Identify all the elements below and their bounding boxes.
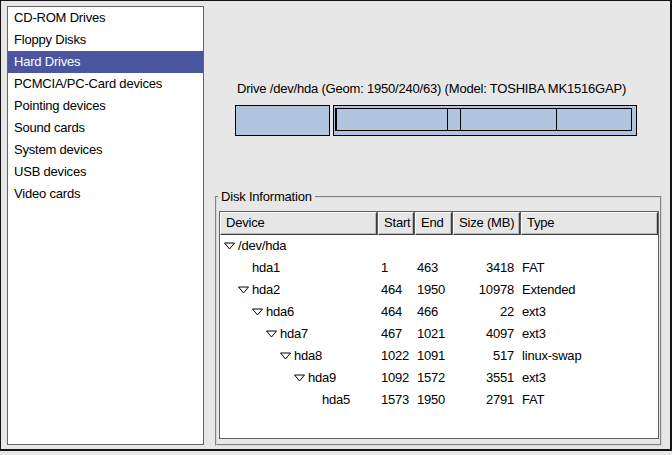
partition-segment-hda9 <box>460 108 557 131</box>
device-name: hda1 <box>252 257 280 279</box>
expander-icon[interactable] <box>224 242 238 250</box>
device-cell: hda2 <box>220 279 377 301</box>
column-header-size-mb-[interactable]: Size (MB) <box>453 212 520 235</box>
window-border-top <box>0 0 672 1</box>
device-name: /dev/hda <box>238 235 286 257</box>
table-row-hda1[interactable]: hda114633418FAT <box>220 257 658 279</box>
device-cell: hda8 <box>220 345 377 367</box>
start-cell: 1573 <box>377 389 413 411</box>
start-cell <box>377 235 413 257</box>
table-row-hda9[interactable]: hda9109215723551ext3 <box>220 367 658 389</box>
expander-icon[interactable] <box>280 352 294 360</box>
sidebar-item-pointing-devices[interactable]: Pointing devices <box>8 95 203 117</box>
sidebar-item-hard-drives[interactable]: Hard Drives <box>8 51 203 73</box>
triangle-down-icon <box>224 242 235 250</box>
partition-segment-hda7 <box>336 108 448 131</box>
start-cell: 464 <box>377 301 413 323</box>
device-cell: hda1 <box>220 257 377 279</box>
sidebar-item-sound-cards[interactable]: Sound cards <box>8 117 203 139</box>
device-name: hda8 <box>294 345 322 367</box>
drive-title: Drive /dev/hda (Geom: 1950/240/63) (Mode… <box>237 81 626 96</box>
disk-information-table: DeviceStartEndSize (MB)Type /dev/hdahda1… <box>219 211 659 439</box>
logical-partitions <box>335 108 635 131</box>
type-cell <box>517 235 658 257</box>
partition-segment-hda2-extended <box>333 105 637 136</box>
expander-icon[interactable] <box>294 374 308 382</box>
partition-segment-hda1 <box>235 105 330 136</box>
device-category-list: CD-ROM DrivesFloppy DisksHard DrivesPCMC… <box>7 6 204 445</box>
size-cell: 3418 <box>450 257 517 279</box>
triangle-down-icon <box>238 286 249 294</box>
partition-segment-hda5 <box>556 108 632 131</box>
expander-icon[interactable] <box>252 308 266 316</box>
sidebar-item-floppy-disks[interactable]: Floppy Disks <box>8 29 203 51</box>
end-cell: 1572 <box>413 367 450 389</box>
sidebar-item-video-cards[interactable]: Video cards <box>8 183 203 205</box>
size-cell: 2791 <box>450 389 517 411</box>
expander-icon[interactable] <box>266 330 280 338</box>
end-cell: 1950 <box>413 279 450 301</box>
partition-bar <box>235 105 637 136</box>
table-header-row: DeviceStartEndSize (MB)Type <box>220 212 658 235</box>
type-cell: ext3 <box>517 301 658 323</box>
column-header-start[interactable]: Start <box>378 212 414 235</box>
table-row-hda5[interactable]: hda5157319502791FAT <box>220 389 658 411</box>
triangle-down-icon <box>266 330 277 338</box>
start-cell: 464 <box>377 279 413 301</box>
triangle-down-icon <box>280 352 291 360</box>
disk-information-groupbox: Disk Information DeviceStartEndSize (MB)… <box>215 196 662 446</box>
start-cell: 1022 <box>377 345 413 367</box>
table-row--dev-hda[interactable]: /dev/hda <box>220 235 658 257</box>
device-name: hda5 <box>322 389 350 411</box>
size-cell: 3551 <box>450 367 517 389</box>
end-cell: 466 <box>413 301 450 323</box>
column-header-end[interactable]: End <box>415 212 452 235</box>
device-cell: /dev/hda <box>220 235 377 257</box>
end-cell: 1091 <box>413 345 450 367</box>
table-body: /dev/hdahda114633418FAThda2464195010978E… <box>220 235 658 411</box>
window-border-left <box>0 0 1 451</box>
hardware-browser-window: CD-ROM DrivesFloppy DisksHard DrivesPCMC… <box>0 0 672 455</box>
end-cell: 463 <box>413 257 450 279</box>
type-cell: ext3 <box>517 367 658 389</box>
sidebar-item-system-devices[interactable]: System devices <box>8 139 203 161</box>
device-cell: hda6 <box>220 301 377 323</box>
device-name: hda7 <box>280 323 308 345</box>
size-cell: 4097 <box>450 323 517 345</box>
partition-segment-hda8 <box>447 108 461 131</box>
size-cell: 22 <box>450 301 517 323</box>
type-cell: FAT <box>517 389 658 411</box>
end-cell: 1950 <box>413 389 450 411</box>
end-cell: 1021 <box>413 323 450 345</box>
start-cell: 1092 <box>377 367 413 389</box>
table-row-hda2[interactable]: hda2464195010978Extended <box>220 279 658 301</box>
sidebar-item-cd-rom-drives[interactable]: CD-ROM Drives <box>8 7 203 29</box>
column-header-type[interactable]: Type <box>521 212 658 235</box>
window-border-bottom <box>0 449 672 451</box>
sidebar-item-usb-devices[interactable]: USB devices <box>8 161 203 183</box>
start-cell: 1 <box>377 257 413 279</box>
table-row-hda8[interactable]: hda810221091517linux-swap <box>220 345 658 367</box>
expander-icon[interactable] <box>238 286 252 294</box>
type-cell: FAT <box>517 257 658 279</box>
start-cell: 467 <box>377 323 413 345</box>
triangle-down-icon <box>294 374 305 382</box>
disk-information-label: Disk Information <box>218 189 315 204</box>
end-cell <box>413 235 450 257</box>
device-cell: hda5 <box>220 389 377 411</box>
device-cell: hda9 <box>220 367 377 389</box>
device-name: hda9 <box>308 367 336 389</box>
device-cell: hda7 <box>220 323 377 345</box>
size-cell: 10978 <box>450 279 517 301</box>
table-row-hda6[interactable]: hda646446622ext3 <box>220 301 658 323</box>
type-cell: Extended <box>517 279 658 301</box>
size-cell: 517 <box>450 345 517 367</box>
table-row-hda7[interactable]: hda746710214097ext3 <box>220 323 658 345</box>
sidebar-item-pcmcia-pc-card-devices[interactable]: PCMCIA/PC-Card devices <box>8 73 203 95</box>
device-name: hda2 <box>252 279 280 301</box>
type-cell: linux-swap <box>517 345 658 367</box>
type-cell: ext3 <box>517 323 658 345</box>
column-header-device[interactable]: Device <box>220 212 377 235</box>
device-name: hda6 <box>266 301 294 323</box>
triangle-down-icon <box>252 308 263 316</box>
